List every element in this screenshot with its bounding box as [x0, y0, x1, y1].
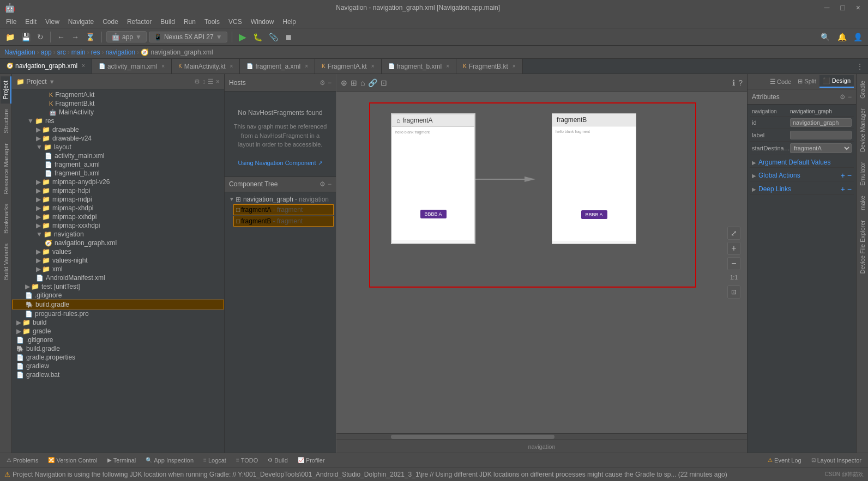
- menu-tools[interactable]: Tools: [201, 17, 224, 27]
- bottom-tab-problems[interactable]: ⚠ Problems: [2, 456, 43, 465]
- deep-links-add-btn[interactable]: +: [841, 185, 845, 193]
- right-tab-device-manager[interactable]: Device Manager: [858, 104, 867, 156]
- bottom-tab-build[interactable]: ⚙ Build: [263, 456, 292, 465]
- nav-canvas[interactable]: ⌂ fragmentA hello blank fragment BBBB A: [336, 92, 747, 433]
- tree-item-activity-main[interactable]: 📄 activity_main.xml: [12, 151, 224, 160]
- recent-btn[interactable]: ⌛: [83, 32, 97, 42]
- tree-item-mipmap-xhdpi[interactable]: ▶ 📁 mipmap-xhdpi: [12, 204, 224, 212]
- breadcrumb-res[interactable]: res: [91, 48, 100, 56]
- menu-build[interactable]: Build: [156, 17, 179, 27]
- split-tab[interactable]: ⊞ Split: [794, 76, 819, 87]
- right-tab-make[interactable]: make: [858, 191, 867, 215]
- tab-close-3[interactable]: ×: [230, 63, 233, 69]
- menu-code[interactable]: Code: [99, 17, 122, 27]
- comp-tree-close[interactable]: −: [328, 180, 331, 188]
- bottom-tab-logcat[interactable]: ≡ Logcat: [199, 456, 231, 465]
- tree-item-nav-graph[interactable]: 🧭 navigation_graph.xml: [12, 239, 224, 247]
- tree-item-drawable[interactable]: ▶ 📁 drawable: [12, 125, 224, 134]
- menu-edit[interactable]: Edit: [21, 17, 40, 27]
- deep-links-minus-btn[interactable]: −: [847, 185, 852, 193]
- tree-item-gradlew-bat[interactable]: 📄 gradlew.bat: [12, 370, 224, 379]
- tree-item-gitignore[interactable]: 📄 .gitignore: [12, 291, 224, 300]
- tree-item-gradle-folder[interactable]: ▶ 📁 gradle: [12, 327, 224, 336]
- section-deep-links[interactable]: ▶ Deep Links + −: [750, 181, 854, 195]
- minimize-btn[interactable]: ─: [821, 3, 833, 12]
- bottom-tab-layout-inspector[interactable]: ⊡ Layout Inspector: [807, 456, 866, 465]
- debug-btn[interactable]: 🐛: [251, 32, 264, 42]
- run-btn[interactable]: ▶: [237, 30, 249, 44]
- right-tab-gradle[interactable]: Gradle: [858, 76, 867, 103]
- tree-item-mainactivity[interactable]: 🤖 MainActivity: [12, 108, 224, 117]
- zoom-in-btn[interactable]: +: [727, 242, 740, 255]
- breadcrumb-navigation[interactable]: Navigation: [4, 48, 35, 56]
- project-sort-icon[interactable]: ↕: [202, 78, 206, 86]
- menu-file[interactable]: File: [2, 17, 20, 27]
- hosts-nav-link[interactable]: Using Navigation Component ↗: [238, 160, 322, 166]
- menu-vcs[interactable]: VCS: [225, 17, 246, 27]
- tree-item-test[interactable]: ▶ 📁 test [unitTest]: [12, 282, 224, 291]
- breadcrumb-main[interactable]: main: [71, 48, 86, 56]
- menu-run[interactable]: Run: [180, 17, 200, 27]
- sidebar-tab-project[interactable]: Project: [1, 76, 11, 103]
- tab-navigation-graph[interactable]: 🧭 navigation_graph.xml ×: [0, 59, 92, 74]
- maximize-btn[interactable]: □: [837, 3, 848, 12]
- menu-navigate[interactable]: Navigate: [64, 17, 98, 27]
- bottom-tab-terminal[interactable]: ▶ Terminal: [103, 456, 141, 465]
- attr-id-input[interactable]: [790, 118, 852, 127]
- tree-item-mipmap-anydpi[interactable]: ▶ 📁 mipmap-anydpi-v26: [12, 178, 224, 186]
- bottom-tab-todo[interactable]: ≡ TODO: [232, 456, 262, 465]
- bottom-tab-app-inspection[interactable]: 🔍 App Inspection: [141, 456, 198, 465]
- breadcrumb-file[interactable]: 🧭 navigation_graph.xml: [141, 48, 213, 56]
- zoom-frame-btn[interactable]: ⊡: [727, 285, 740, 299]
- search-btn[interactable]: 🔍: [817, 32, 833, 42]
- nav-link-icon[interactable]: 🔗: [368, 78, 377, 87]
- menu-window[interactable]: Window: [247, 17, 278, 27]
- tab-fragment-b-xml[interactable]: 📄 fragment_b.xml ×: [382, 59, 457, 74]
- forward-btn[interactable]: →: [69, 32, 81, 42]
- tree-item-navigation[interactable]: ▼ 📁 navigation: [12, 230, 224, 239]
- nav-help-icon[interactable]: ℹ: [732, 78, 735, 87]
- nav-home-icon[interactable]: ⌂: [360, 78, 365, 87]
- zoom-fit-btn[interactable]: ⤢: [727, 227, 740, 240]
- tree-item-fragmentb-kt[interactable]: K FragmentB.kt: [12, 99, 224, 108]
- section-argument-defaults[interactable]: ▶ Argument Default Values: [750, 155, 854, 168]
- tree-item-layout[interactable]: ▼ 📁 layout: [12, 143, 224, 151]
- canvas-scrollbar[interactable]: [336, 433, 747, 440]
- hosts-gear-icon[interactable]: ⚙: [320, 79, 326, 87]
- tree-item-root-build-gradle[interactable]: 🐘 build.gradle: [12, 344, 224, 353]
- breadcrumb-src[interactable]: src: [57, 48, 66, 56]
- tree-item-mipmap-mdpi[interactable]: ▶ 📁 mipmap-mdpi: [12, 195, 224, 204]
- global-actions-minus-btn[interactable]: −: [847, 171, 852, 180]
- open-btn[interactable]: 📁: [3, 32, 17, 42]
- tab-close-4[interactable]: ×: [305, 63, 308, 69]
- save-btn[interactable]: 💾: [19, 32, 33, 42]
- fragment-a-card[interactable]: ⌂ fragmentA hello blank fragment BBBB A: [391, 113, 475, 244]
- fragment-a-button[interactable]: BBBB A: [420, 210, 446, 218]
- nav-copy-icon[interactable]: ⊞: [351, 78, 357, 87]
- tree-item-fragmenta-kt[interactable]: K FragmentA.kt: [12, 90, 224, 99]
- bottom-tab-profiler[interactable]: 📈 Profiler: [293, 456, 329, 465]
- right-tab-emulator[interactable]: Emulator: [858, 157, 867, 190]
- design-tab[interactable]: ⬛ Design: [819, 75, 854, 88]
- tree-item-mipmap-xxxhdpi[interactable]: ▶ 📁 mipmap-xxxhdpi: [12, 221, 224, 230]
- attr-label-input[interactable]: [790, 131, 852, 139]
- project-close-icon[interactable]: ×: [216, 78, 220, 86]
- attr-startdest-select[interactable]: fragmentA fragmentB: [790, 143, 852, 153]
- zoom-out-btn[interactable]: −: [727, 257, 740, 270]
- fragment-b-card[interactable]: fragmentB hello blank fragment BBBB A: [552, 113, 636, 244]
- hosts-close-icon[interactable]: −: [328, 79, 331, 87]
- code-tab[interactable]: ☰ Code: [767, 76, 794, 88]
- profile-btn[interactable]: 👤: [851, 32, 865, 42]
- tree-item-xml[interactable]: ▶ 📁 xml: [12, 265, 224, 273]
- tree-item-values[interactable]: ▶ 📁 values: [12, 247, 224, 256]
- tab-fragment-a-xml[interactable]: 📄 fragment_a.xml ×: [240, 59, 315, 74]
- comp-tree-fragment-b[interactable]: □ fragmentB - fragment: [233, 216, 334, 227]
- bottom-tab-event-log[interactable]: ⚠ Event Log: [763, 456, 806, 465]
- tree-item-mipmap-xxhdpi[interactable]: ▶ 📁 mipmap-xxhdpi: [12, 212, 224, 221]
- project-filter-icon[interactable]: ☰: [208, 78, 214, 86]
- tree-item-build-folder[interactable]: ▶ 📁 build: [12, 318, 224, 327]
- attributes-close[interactable]: −: [848, 93, 852, 101]
- tab-close-2[interactable]: ×: [161, 63, 165, 69]
- tree-item-fragment-b-xml[interactable]: 📄 fragment_b.xml: [12, 169, 224, 178]
- sidebar-tab-structure[interactable]: Structure: [1, 105, 11, 138]
